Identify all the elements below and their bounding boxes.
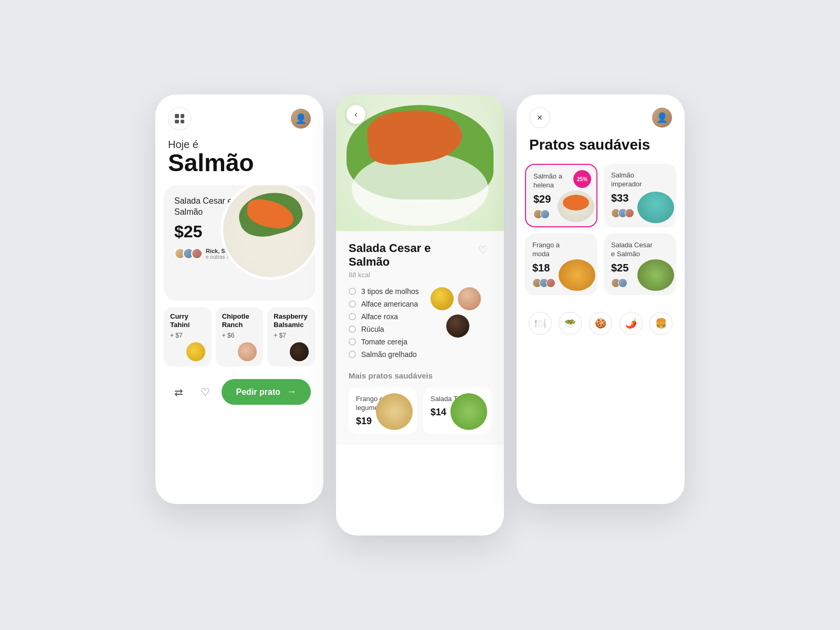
nav-icon-burger[interactable]: 🍔 <box>649 312 673 335</box>
nav-icon-cookie[interactable]: 🍪 <box>589 312 612 335</box>
back-icon: ‹ <box>354 110 357 119</box>
bottom-navigation: 🍽️ 🥗 🍪 🌶️ 🍔 <box>517 303 685 350</box>
catalog-title: Pratos saudáveis <box>517 136 685 164</box>
featured-dish-card[interactable]: Salada Cesar e Salmão $25 Rick, Stan, Ág… <box>164 185 315 301</box>
ingredient-dot-2 <box>349 300 356 308</box>
salmon-plate-visual <box>223 185 315 277</box>
mini-dish-img-2 <box>450 393 487 430</box>
card-name-imperador: Salmão imperador <box>611 171 653 189</box>
nav-icon-pepper[interactable]: 🌶️ <box>620 312 643 335</box>
imperador-visual <box>637 192 674 223</box>
dish-title: Salada Cesar e Salmão <box>349 242 475 269</box>
cr-av-2 <box>540 209 550 219</box>
cr-av-sal-2 <box>618 278 627 288</box>
mini-dish-tropical[interactable]: Salada Tropical $14 <box>423 387 491 434</box>
avatar-agata <box>191 248 203 259</box>
kcal-label: 88 kcal <box>349 271 475 279</box>
salada-grid-visual <box>637 259 674 291</box>
ingredient-dot-1 <box>349 288 356 295</box>
dressing-name-2: Chipotle Ranch <box>222 312 257 329</box>
order-button[interactable]: Pedir prato → <box>222 379 311 405</box>
card-name-helena: Salmão a helena <box>533 172 575 190</box>
sauce-yellow <box>430 287 454 310</box>
dish-card-frango[interactable]: Frango a moda $18 <box>525 234 597 295</box>
dressing-row: Curry Tahini + $7 Chipotle Ranch + $6 Ra… <box>155 307 323 366</box>
user-avatar-catalog[interactable]: 👤 <box>652 108 672 128</box>
main-title: Salmão <box>168 151 311 175</box>
mini-dish-frango[interactable]: Frango com legumes $19 <box>349 387 417 434</box>
close-icon: × <box>537 112 543 123</box>
dish-image-container <box>220 185 315 285</box>
ingredient-label-4: Rúcula <box>361 325 384 333</box>
screen-catalog: × 👤 Pratos saudáveis 25% Salmão a helena… <box>517 94 685 504</box>
frango-grid-visual <box>559 259 595 291</box>
share-button[interactable]: ⇄ <box>168 382 189 403</box>
dish-title-block: Salada Cesar e Salmão 88 kcal <box>349 242 475 279</box>
card-image-salada <box>637 259 674 291</box>
mini-dishes-row: Frango com legumes $19 Salada Tropical $… <box>349 387 491 434</box>
cr-av-imp-3 <box>625 208 634 218</box>
card-name-salada: Salada Cesar e Salmão <box>611 241 653 259</box>
discount-badge: 25% <box>573 170 591 188</box>
ingredient-5: Tomate cereja <box>349 338 491 346</box>
dressing-name-1: Curry Tahini <box>170 312 205 329</box>
grid-menu-button[interactable] <box>168 107 191 130</box>
card-name-frango: Frango a moda <box>532 241 574 259</box>
dish-card-imperador[interactable]: Salmão imperador $33 <box>604 164 676 227</box>
dish-card-salada-cesar[interactable]: Salada Cesar e Salmão $25 <box>604 234 676 295</box>
dressing-bubble-3 <box>290 342 309 361</box>
nav-icon-plate[interactable]: 🍽️ <box>529 312 552 335</box>
mini-dish-img-1 <box>376 393 413 430</box>
ingredient-dot-4 <box>349 326 356 333</box>
dish-image <box>220 185 315 280</box>
heart-button[interactable]: ♡ <box>475 242 491 258</box>
user-avatar-home[interactable]: 👤 <box>291 109 311 129</box>
plate-background <box>352 152 488 226</box>
top-bar-catalog: × 👤 <box>517 94 685 136</box>
ingredient-label-2: Alface americana <box>361 300 418 308</box>
frango-visual <box>376 393 413 430</box>
sauce-pink <box>458 287 481 310</box>
dishes-grid: 25% Salmão a helena $29 Salmão imperador… <box>517 164 685 295</box>
ingredient-label-5: Tomate cereja <box>361 338 407 346</box>
dressing-bubble-2 <box>238 342 257 361</box>
screen-detail: ‹ Salada Cesar e Salmão 88 kcal ♡ 3 tipo… <box>336 94 504 536</box>
back-button[interactable]: ‹ <box>346 105 365 124</box>
dish-header: Salada Cesar e Salmão 88 kcal ♡ <box>349 242 491 279</box>
ingredient-6: Salmão grelhado <box>349 350 491 359</box>
sauce-row-1 <box>430 287 481 310</box>
nav-icon-salad[interactable]: 🥗 <box>559 312 582 335</box>
headline: Hoje é Salmão <box>155 139 323 179</box>
recommender-avatars <box>174 248 203 259</box>
sauce-bubbles <box>430 287 481 338</box>
close-button[interactable]: × <box>529 107 550 128</box>
arrow-icon: → <box>287 386 296 397</box>
dressing-price-1: + $7 <box>170 332 183 339</box>
top-bar-home: 👤 <box>155 94 323 139</box>
order-button-label: Pedir prato <box>236 387 280 397</box>
ingredient-dot-6 <box>349 351 356 358</box>
helena-visual <box>558 191 594 222</box>
dressing-chipotle-ranch[interactable]: Chipotle Ranch + $6 <box>216 307 264 366</box>
dressing-raspberry-balsamic[interactable]: Raspberry Balsamic + $7 <box>267 307 315 366</box>
bottom-bar-home: ⇄ ♡ Pedir prato → <box>155 371 323 419</box>
sauce-row-2 <box>430 314 481 338</box>
favorite-button[interactable]: ♡ <box>195 382 216 403</box>
dressing-price-3: + $7 <box>274 332 286 339</box>
ingredient-dot-3 <box>349 313 356 320</box>
ingredient-dot-5 <box>349 338 356 345</box>
cr-av-fr-3 <box>546 278 555 288</box>
dressing-bubble-1 <box>186 342 205 361</box>
screen-home: 👤 Hoje é Salmão Salada Cesar e Salmão $2… <box>155 94 323 504</box>
more-dishes-section: Mais pratos saudáveis Frango com legumes… <box>349 371 491 434</box>
dish-card-helena[interactable]: 25% Salmão a helena $29 <box>525 164 597 227</box>
hero-image: ‹ <box>336 94 504 231</box>
ingredient-label-1: 3 tipos de molhos <box>361 287 419 296</box>
dressing-curry-tahini[interactable]: Curry Tahini + $7 <box>164 307 212 366</box>
card-image-imperador <box>637 192 674 223</box>
ingredient-label-6: Salmão grelhado <box>361 350 417 359</box>
more-dishes-title: Mais pratos saudáveis <box>349 371 491 380</box>
detail-content: Salada Cesar e Salmão 88 kcal ♡ 3 tipos … <box>336 231 504 445</box>
ingredient-label-3: Alface roxa <box>361 312 398 321</box>
salada-visual <box>450 393 487 430</box>
